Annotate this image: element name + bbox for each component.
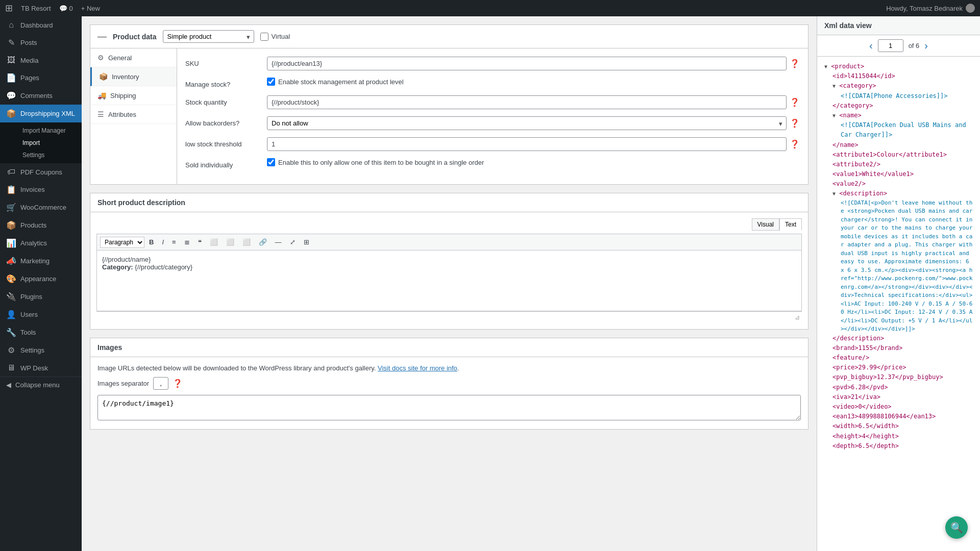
pdf-coupons-icon: 🏷	[6, 167, 16, 177]
editor-resize-handle[interactable]: ⊿	[795, 314, 800, 321]
xml-prev-button[interactable]: ‹	[869, 40, 873, 52]
site-name[interactable]: TB Resort	[21, 5, 51, 12]
xml-triangle-product[interactable]: ▼	[824, 64, 827, 69]
tab-attributes[interactable]: ☰ Attributes	[90, 105, 177, 124]
sidebar-item-plugins[interactable]: 🔌 Plugins	[0, 288, 82, 306]
comments-link[interactable]: 💬 0	[59, 5, 73, 12]
inventory-tab-icon: 📦	[99, 72, 108, 81]
sidebar-item-tools[interactable]: 🔧 Tools	[0, 323, 82, 341]
editor-area[interactable]: {//product/name} Category: {//product/ca…	[96, 250, 802, 311]
stock-quantity-help-icon[interactable]: ❓	[790, 97, 800, 107]
allow-backorders-select[interactable]: Do not allow Allow Allow, but notify cus…	[267, 116, 787, 130]
italic-button[interactable]: I	[158, 236, 167, 248]
sidebar-item-users[interactable]: 👤 Users	[0, 306, 82, 323]
sold-individually-checkbox-label[interactable]: Enable this to only allow one of this it…	[267, 158, 484, 166]
editor-line1: {//product/name}	[102, 256, 796, 263]
sku-input[interactable]	[267, 57, 787, 70]
short-description-header: Short product description	[90, 193, 808, 212]
virtual-label[interactable]: Virtual	[260, 33, 290, 41]
sidebar-item-comments[interactable]: 💬 Comments	[0, 87, 82, 105]
sidebar-item-import-manager[interactable]: Import Manager	[16, 124, 82, 137]
xml-triangle-desc[interactable]: ▼	[832, 191, 836, 196]
xml-nav: ‹ of 6 ›	[817, 35, 980, 57]
sidebar-item-marketing[interactable]: 📣 Marketing	[0, 252, 82, 270]
images-separator-label: Images separator	[97, 380, 149, 387]
new-button[interactable]: + New	[81, 5, 100, 12]
sidebar-item-wpdesk[interactable]: 🖥 WP Desk	[0, 359, 82, 377]
images-separator-input[interactable]	[153, 377, 168, 390]
collapse-menu[interactable]: ◀ Collapse menu	[0, 377, 82, 393]
low-stock-label: low stock threshold	[185, 137, 267, 148]
allow-backorders-label: Allow backorders?	[185, 116, 267, 127]
align-left-button[interactable]: ⬜	[206, 236, 222, 248]
sku-help-icon[interactable]: ❓	[790, 59, 800, 68]
sidebar-item-invoices[interactable]: 📋 Invoices	[0, 181, 82, 198]
align-right-button[interactable]: ⬜	[239, 236, 254, 248]
xml-line-name-close: </name>	[824, 140, 973, 150]
sidebar-item-products[interactable]: 📦 Products	[0, 216, 82, 234]
xml-line-iva: <iva>21</iva>	[824, 392, 973, 402]
sidebar-item-analytics[interactable]: 📊 Analytics	[0, 234, 82, 252]
sidebar-item-woocommerce[interactable]: 🛒 WooCommerce	[0, 198, 82, 216]
tab-inventory[interactable]: 📦 Inventory	[90, 67, 177, 86]
blockquote-button[interactable]: ❝	[194, 236, 205, 248]
bold-button[interactable]: B	[145, 236, 157, 248]
stock-quantity-input[interactable]	[267, 95, 787, 109]
pages-icon: 📄	[6, 73, 16, 83]
attributes-tab-icon: ☰	[97, 110, 104, 118]
bullet-list-button[interactable]: ≡	[168, 236, 180, 248]
allow-backorders-help-icon[interactable]: ❓	[790, 118, 800, 128]
low-stock-input[interactable]	[267, 137, 787, 151]
sold-individually-label: Sold individually	[185, 158, 267, 169]
sidebar-item-dashboard[interactable]: ⌂ Dashboard	[0, 16, 82, 34]
sold-individually-checkbox[interactable]	[267, 158, 275, 166]
text-tab[interactable]: Text	[779, 218, 802, 231]
low-stock-row: low stock threshold ❓	[185, 137, 800, 151]
media-icon: 🖼	[6, 56, 16, 65]
sidebar-item-pdf-coupons[interactable]: 🏷 PDF Coupons	[0, 163, 82, 181]
wpdesk-icon: 🖥	[6, 363, 16, 372]
tab-general[interactable]: ⚙ General	[90, 48, 177, 67]
sidebar-item-dropshipping[interactable]: 📦 Dropshipping XML	[0, 105, 82, 122]
sidebar-item-appearance[interactable]: 🎨 Appearance	[0, 270, 82, 288]
sidebar-item-settings-sub[interactable]: Settings	[16, 149, 82, 161]
images-docs-link[interactable]: Visit docs site for more info	[378, 364, 457, 372]
sidebar-item-posts[interactable]: ✎ Posts	[0, 34, 82, 52]
xml-line-id: <id>l4115044</id>	[824, 71, 973, 81]
xml-next-button[interactable]: ›	[924, 40, 928, 52]
xml-line-category-close: </category>	[824, 101, 973, 111]
images-textarea[interactable]: {//product/image1}	[97, 395, 801, 420]
sidebar-item-import[interactable]: Import	[16, 137, 82, 149]
xml-page-input[interactable]	[878, 39, 903, 52]
table-button[interactable]: ⊞	[300, 236, 313, 248]
link-button[interactable]: 🔗	[255, 236, 271, 248]
xml-line-video: <video>0</video>	[824, 402, 973, 412]
low-stock-help-icon[interactable]: ❓	[790, 139, 800, 149]
search-fab[interactable]: 🔍	[945, 516, 968, 539]
product-type-select[interactable]: Simple product Variable product Grouped …	[163, 30, 254, 43]
xml-line-category-cdata: <![CDATA[Phone Accessories]]>	[824, 91, 973, 101]
visual-tab[interactable]: Visual	[752, 218, 779, 231]
images-separator-help[interactable]: ❓	[173, 379, 183, 388]
editor-footer: ⊿	[96, 311, 802, 323]
xml-line-feature: <feature/>	[824, 353, 973, 363]
xml-line-value1: <value1>White</value1>	[824, 169, 973, 179]
virtual-checkbox[interactable]	[260, 33, 268, 41]
more-button[interactable]: —	[272, 236, 285, 248]
xml-triangle-category[interactable]: ▼	[832, 83, 836, 89]
ordered-list-button[interactable]: ≣	[181, 236, 193, 248]
xml-triangle-name[interactable]: ▼	[832, 113, 836, 118]
dropshipping-icon: 📦	[6, 109, 16, 118]
manage-stock-checkbox-label[interactable]: Enable stock management at product level	[267, 78, 404, 86]
sidebar-item-settings[interactable]: ⚙ Settings	[0, 341, 82, 359]
xml-line-depth: <depth>6.5</depth>	[824, 441, 973, 451]
sidebar-item-media[interactable]: 🖼 Media	[0, 52, 82, 69]
sidebar-item-pages[interactable]: 📄 Pages	[0, 69, 82, 87]
xml-line-height: <height>4</height>	[824, 432, 973, 441]
paragraph-select[interactable]: Paragraph Heading 1 Heading 2	[100, 237, 144, 248]
products-icon: 📦	[6, 220, 16, 230]
fullscreen-button[interactable]: ⤢	[286, 236, 299, 248]
tab-shipping[interactable]: 🚚 Shipping	[90, 86, 177, 105]
manage-stock-checkbox[interactable]	[267, 78, 275, 86]
align-center-button[interactable]: ⬜	[223, 236, 238, 248]
